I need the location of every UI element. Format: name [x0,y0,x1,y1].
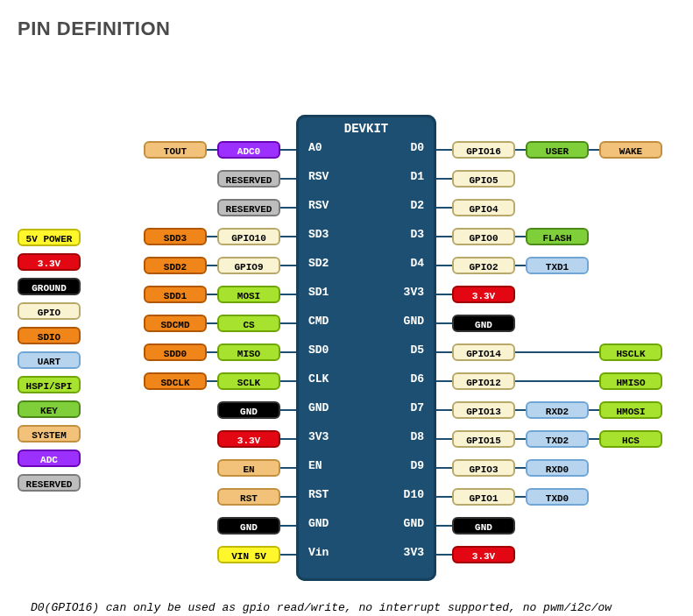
legend-item: GPIO [18,302,81,320]
pin-label: 3V3 [308,430,352,443]
pin-tag: GPIO15 [452,430,515,448]
pin-tag: GPIO3 [452,459,515,477]
pin-tag: HSCLK [599,343,662,361]
pin-label: RSV [308,170,352,183]
pin-label: RST [308,488,352,501]
pin-label: CLK [308,372,352,386]
pin-label: 3V3 [380,286,424,299]
legend-item: RESERVED [18,474,81,492]
pin-label: SD1 [308,286,352,299]
pin-tag: RST [217,488,280,506]
pin-tag: TXD0 [526,488,589,506]
chip-body: DEVKIT A0RSVRSVSD3SD2SD1CMDSD0CLKGND3V3E… [296,115,436,581]
pin-tag: USER [526,141,589,159]
pin-label: D4 [380,257,424,270]
pin-tag: TXD2 [526,430,589,448]
legend: 5V POWER3.3VGROUNDGPIOSDIOUARTHSPI/SPIKE… [18,229,81,492]
pin-label: Vin [308,546,352,559]
pin-tag: 3.3V [452,546,515,563]
pin-tag: GPIO5 [452,170,515,188]
pin-tag: GND [217,517,280,535]
pin-tag: RXD2 [526,401,589,419]
pin-label: GND [308,517,352,530]
pin-tag: 3.3V [217,430,280,448]
pin-tag: GPIO2 [452,257,515,274]
pin-label: SD3 [308,228,352,241]
pin-tag: SDCLK [144,372,207,390]
pin-tag: CS [217,315,280,332]
legend-item: HSPI/SPI [18,376,81,393]
pin-label: GND [380,517,424,530]
pin-label: EN [308,459,352,472]
chip-title: DEVKIT [296,122,436,136]
pin-label: SD2 [308,257,352,270]
legend-item: SYSTEM [18,425,81,443]
pin-label: GND [380,315,424,328]
pin-label: D8 [380,430,424,443]
pin-label: D5 [380,343,424,357]
pin-label: 3V3 [380,546,424,559]
pin-label: D2 [380,199,424,212]
pin-label: A0 [308,141,352,154]
pin-label: CMD [308,315,352,328]
pinout-diagram: 5V POWER3.3VGROUNDGPIOSDIOUARTHSPI/SPIKE… [18,58,675,601]
pin-tag: 3.3V [452,286,515,303]
pin-label: GND [308,401,352,414]
pin-tag: GPIO13 [452,401,515,419]
pin-tag: FLASH [526,228,589,245]
pin-tag: GND [452,315,515,332]
pin-tag: GPIO14 [452,343,515,361]
legend-item: GROUND [18,278,81,295]
pin-tag: MOSI [217,286,280,303]
pin-label: D9 [380,459,424,472]
pin-tag: GPIO9 [217,257,280,274]
pin-tag: SDCMD [144,315,207,332]
pin-tag: RESERVED [217,170,280,188]
pin-tag: GPIO10 [217,228,280,245]
pin-tag: SDD1 [144,286,207,303]
legend-item: KEY [18,400,81,418]
pin-label: D3 [380,228,424,241]
pin-tag: RXD0 [526,459,589,477]
pin-label: SD0 [308,343,352,357]
pin-tag: GPIO4 [452,199,515,216]
footnote: D0(GPIO16) can only be used as gpio read… [18,601,675,616]
pin-label: D1 [380,170,424,183]
pin-tag: ADC0 [217,141,280,159]
pin-label: RSV [308,199,352,212]
legend-item: UART [18,351,81,369]
legend-item: 5V POWER [18,229,81,246]
pin-tag: SDD2 [144,257,207,274]
pin-tag: MISO [217,343,280,361]
legend-item: ADC [18,450,81,467]
pin-tag: GPIO12 [452,372,515,390]
pin-tag: GND [452,517,515,535]
pin-tag: GND [217,401,280,419]
legend-item: SDIO [18,327,81,344]
pin-tag: HMOSI [599,401,662,419]
pin-label: D7 [380,401,424,414]
pin-tag: GPIO16 [452,141,515,159]
pin-label: D0 [380,141,424,154]
legend-item: 3.3V [18,253,81,271]
page-title: PIN DEFINITION [18,18,675,40]
pin-tag: SDD3 [144,228,207,245]
pin-tag: TOUT [144,141,207,159]
pin-tag: SDD0 [144,343,207,361]
pin-tag: RESERVED [217,199,280,216]
pin-label: D6 [380,372,424,386]
pin-tag: SCLK [217,372,280,390]
pin-tag: EN [217,459,280,477]
pin-tag: GPIO1 [452,488,515,506]
pin-tag: HMISO [599,372,662,390]
pin-tag: VIN 5V [217,546,280,563]
pin-tag: GPIO0 [452,228,515,245]
pin-tag: WAKE [599,141,662,159]
pin-tag: TXD1 [526,257,589,274]
pin-tag: HCS [599,430,662,448]
pin-label: D10 [380,488,424,501]
